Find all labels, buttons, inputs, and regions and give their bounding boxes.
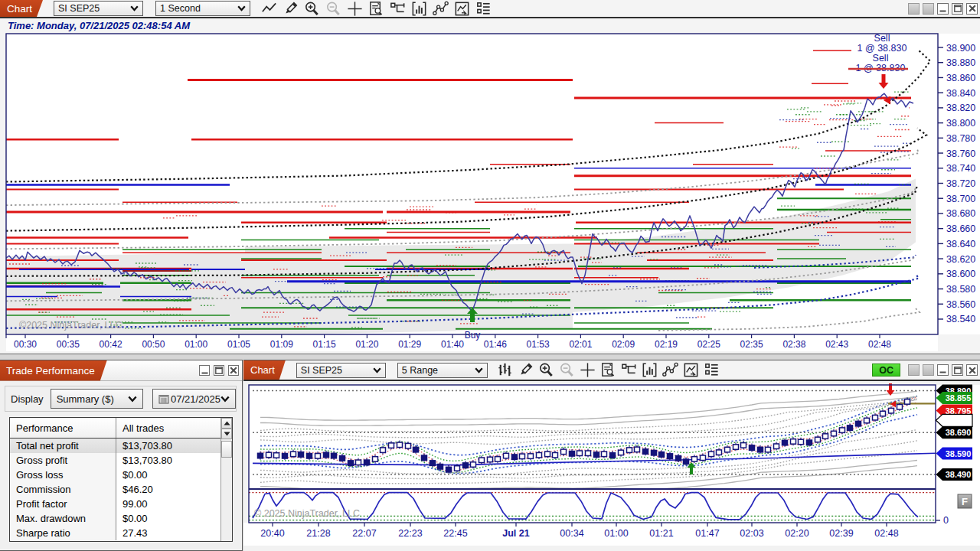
watermark: ©2025 NinjaTrader, LLC bbox=[19, 320, 122, 331]
svg-text:38.855: 38.855 bbox=[946, 393, 972, 403]
zoom-in-icon[interactable] bbox=[537, 362, 556, 378]
svg-text:38.860: 38.860 bbox=[946, 73, 975, 83]
svg-text:22:45: 22:45 bbox=[443, 528, 467, 539]
svg-text:01:29: 01:29 bbox=[398, 339, 421, 350]
svg-text:01:21: 01:21 bbox=[649, 528, 673, 539]
minimize-button[interactable] bbox=[937, 364, 949, 376]
table-header: PerformanceAll trades bbox=[10, 418, 220, 439]
table-row[interactable]: Max. drawdown$0.00 bbox=[10, 511, 220, 526]
scrollbar-thumb[interactable] bbox=[221, 441, 232, 458]
svg-text:38.580: 38.580 bbox=[946, 284, 975, 295]
metric-name: Gross loss bbox=[10, 468, 116, 482]
period-select-2[interactable]: 5 Range bbox=[397, 363, 488, 378]
table-row[interactable]: Gross loss$0.00 bbox=[10, 468, 220, 482]
instrument-select-2[interactable]: SI SEP25 bbox=[296, 363, 386, 378]
draw-icon[interactable] bbox=[516, 362, 535, 378]
strategies-icon[interactable] bbox=[681, 362, 701, 378]
svg-text:38.560: 38.560 bbox=[946, 299, 975, 310]
table-row[interactable]: Total net profit$13,703.80 bbox=[10, 439, 220, 453]
scroll-up-button[interactable] bbox=[221, 418, 232, 429]
svg-text:02:48: 02:48 bbox=[868, 339, 891, 350]
watermark: © 2025 NinjaTrader, LLC bbox=[254, 508, 360, 519]
svg-text:20:40: 20:40 bbox=[260, 528, 284, 539]
oc-button[interactable]: OC bbox=[872, 364, 900, 377]
data-box-icon[interactable] bbox=[702, 362, 721, 378]
toolbar-icons bbox=[495, 362, 721, 378]
table-row[interactable]: Profit factor99.00 bbox=[10, 497, 220, 511]
ninjatrader-desktop: Chart SI SEP25 1 Second Time: Monday, 07… bbox=[0, 0, 980, 551]
zoom-out-icon[interactable] bbox=[557, 362, 577, 378]
svg-text:00:42: 00:42 bbox=[100, 339, 122, 350]
svg-text:02:39: 02:39 bbox=[829, 528, 853, 539]
bar-style-icon[interactable] bbox=[495, 362, 514, 378]
blank-button[interactable] bbox=[908, 364, 920, 376]
svg-text:01:00: 01:00 bbox=[604, 528, 628, 539]
chevron-down-icon bbox=[220, 396, 230, 403]
crosshair-icon[interactable] bbox=[578, 362, 597, 378]
chart2-tab[interactable]: Chart bbox=[243, 360, 286, 380]
display-select[interactable]: Summary ($) bbox=[51, 389, 143, 409]
svg-text:38.780: 38.780 bbox=[946, 133, 975, 144]
svg-text:02:25: 02:25 bbox=[697, 339, 720, 350]
trade-performance-tab[interactable]: Trade Performance bbox=[0, 360, 107, 381]
metric-value: $46.20 bbox=[116, 482, 220, 497]
metric-name: Max. drawdown bbox=[10, 511, 116, 526]
svg-text:Buy: Buy bbox=[465, 330, 481, 341]
svg-text:38.640: 38.640 bbox=[946, 239, 975, 249]
svg-text:22:23: 22:23 bbox=[398, 528, 422, 539]
svg-text:38.840: 38.840 bbox=[946, 88, 975, 99]
chart-window-2: Chart SI SEP25 5 Range OC © 2025 NinjaTr… bbox=[243, 360, 980, 551]
data-series-icon[interactable] bbox=[599, 362, 618, 378]
metric-name: Gross profit bbox=[10, 453, 116, 468]
metric-value: $0.00 bbox=[116, 511, 220, 526]
table-row[interactable]: Gross profit$13,703.80 bbox=[10, 453, 220, 468]
svg-text:21:28: 21:28 bbox=[306, 528, 330, 539]
window-buttons bbox=[195, 365, 239, 376]
table-row[interactable]: Sharpe ratio27.43 bbox=[10, 526, 220, 540]
display-row: Display Summary ($) 07/21/2025 bbox=[5, 386, 237, 412]
svg-text:38.540: 38.540 bbox=[946, 314, 975, 324]
scroll-down-button[interactable] bbox=[221, 429, 232, 439]
calendar-icon bbox=[158, 394, 169, 404]
close-button[interactable] bbox=[228, 365, 239, 376]
table-scrollbar[interactable] bbox=[220, 418, 232, 541]
maximize-button[interactable] bbox=[952, 364, 963, 376]
table-row[interactable]: Commission$46.20 bbox=[10, 482, 220, 497]
performance-table: PerformanceAll tradesTotal net profit$13… bbox=[9, 417, 233, 542]
svg-text:01:46: 01:46 bbox=[484, 339, 507, 350]
maximize-button[interactable] bbox=[214, 365, 224, 376]
svg-text:02:01: 02:01 bbox=[569, 339, 592, 350]
column-header-all-trades[interactable]: All trades bbox=[116, 418, 220, 438]
minimize-button[interactable] bbox=[199, 365, 210, 376]
price-tag bbox=[936, 414, 973, 426]
price-tag: 38.490 bbox=[936, 468, 973, 481]
svg-text:01:53: 01:53 bbox=[527, 339, 550, 350]
arrow-up-icon bbox=[224, 421, 230, 425]
f-button[interactable]: F bbox=[958, 494, 972, 508]
svg-text:02:48: 02:48 bbox=[874, 528, 898, 539]
svg-text:38.690: 38.690 bbox=[946, 428, 972, 437]
zigzag-icon[interactable] bbox=[661, 362, 680, 378]
column-header-performance[interactable]: Performance bbox=[10, 418, 116, 438]
svg-text:02:38: 02:38 bbox=[782, 339, 805, 350]
close-button[interactable] bbox=[966, 364, 978, 376]
svg-text:38.900: 38.900 bbox=[946, 43, 975, 54]
chart-trader-icon[interactable] bbox=[619, 362, 639, 378]
indicators-icon[interactable] bbox=[640, 362, 659, 378]
chevron-down-icon bbox=[475, 367, 483, 373]
svg-text:02:19: 02:19 bbox=[655, 339, 678, 350]
table-body: PerformanceAll tradesTotal net profit$13… bbox=[10, 418, 220, 541]
blank-button[interactable] bbox=[923, 364, 934, 376]
main-chart[interactable]: Sell1 @ 38.830Sell1 @ 38.830Buy©2025 Nin… bbox=[0, 0, 980, 354]
svg-text:F: F bbox=[962, 496, 968, 507]
svg-text:02:09: 02:09 bbox=[612, 339, 635, 350]
metric-name: Sharpe ratio bbox=[10, 526, 116, 540]
metric-name: Total net profit bbox=[10, 439, 116, 453]
svg-text:02:20: 02:20 bbox=[785, 528, 808, 539]
range-chart[interactable]: © 2025 NinjaTrader, LLC38.89038.85538.79… bbox=[243, 383, 980, 551]
arrow-down-icon bbox=[224, 432, 230, 436]
svg-text:01:00: 01:00 bbox=[185, 339, 207, 350]
svg-text:00:50: 00:50 bbox=[142, 339, 165, 350]
date-select[interactable]: 07/21/2025 bbox=[152, 389, 236, 409]
svg-text:38.820: 38.820 bbox=[946, 103, 975, 113]
